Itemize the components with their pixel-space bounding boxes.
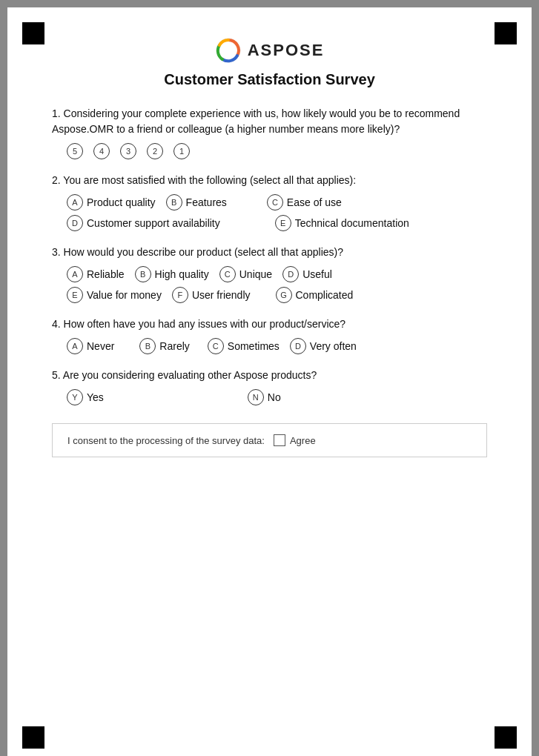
option-circle-4b: B [139,338,156,354]
option-circle-b: B [166,194,182,210]
corner-mark-br [495,726,517,749]
question-4-options: A Never B Rarely C Sometimes D Very ofte… [67,338,487,354]
option-2-a[interactable]: A Product quality [67,194,156,210]
question-3-row1: A Reliable B High quality C Unique D Use… [67,266,487,282]
option-circle-2: 2 [147,143,163,159]
question-2-row1: A Product quality B Features C Ease of u… [67,194,487,210]
option-circle-4a: A [67,338,83,354]
option-2-c[interactable]: C Ease of use [267,194,342,210]
option-circle-d: D [67,215,83,231]
option-circle-e: E [275,215,291,231]
option-circle-3c: C [219,266,236,282]
corner-mark-tr [495,22,517,44]
option-1-2[interactable]: 2 [147,143,163,159]
option-5-y[interactable]: Y Yes [67,389,104,405]
option-4-d[interactable]: D Very often [290,338,357,354]
consent-checkbox[interactable] [274,434,285,446]
consent-checkbox-label[interactable]: Agree [274,434,316,446]
question-1-options: 5 4 3 2 1 [67,143,487,159]
consent-text: I consent to the processing of the surve… [67,435,265,446]
option-1-3[interactable]: 3 [120,143,136,159]
question-1: 1. Considering your complete experience … [52,106,487,159]
aspose-logo-icon [215,37,242,64]
option-1-1[interactable]: 1 [173,143,190,159]
option-circle-3a: A [67,266,83,282]
option-4-a[interactable]: A Never [67,338,114,354]
question-3-row2: E Value for money F User friendly G Comp… [67,287,487,303]
option-2-b[interactable]: B Features [166,194,227,210]
option-3-e[interactable]: E Value for money [67,287,162,303]
question-5: 5. Are you considering evaluating other … [52,368,487,405]
option-1-5[interactable]: 5 [67,143,83,159]
question-3-text: 3. How would you describe our product (s… [52,245,487,260]
option-circle-3e: E [67,287,83,303]
consent-agree-label: Agree [290,435,316,446]
option-4-b[interactable]: B Rarely [139,338,189,354]
option-3-c[interactable]: C Unique [219,266,272,282]
option-circle-4d: D [290,338,306,354]
option-circle-1: 1 [173,143,190,159]
question-3: 3. How would you describe our product (s… [52,245,487,303]
question-4-text: 4. How often have you had any issues wit… [52,316,487,332]
consent-section: I consent to the processing of the surve… [52,423,487,457]
option-circle-5: 5 [67,143,83,159]
option-circle-c: C [267,194,283,210]
question-2-text: 2. You are most satisfied with the follo… [52,173,487,188]
option-circle-4c: C [208,338,224,354]
option-1-4[interactable]: 4 [93,143,110,159]
option-circle-3f: F [172,287,188,303]
option-circle-3g: G [276,287,292,303]
option-3-a[interactable]: A Reliable [67,266,125,282]
option-circle-4: 4 [93,143,110,159]
question-1-text: 1. Considering your complete experience … [52,106,487,137]
question-2: 2. You are most satisfied with the follo… [52,173,487,231]
question-5-options: Y Yes N No [67,389,487,405]
option-circle-3d: D [282,266,299,282]
question-2-row2: D Customer support availability E Techni… [67,215,487,231]
question-5-text: 5. Are you considering evaluating other … [52,368,487,383]
survey-title: Customer Satisfaction Survey [52,71,487,88]
option-circle-a: A [67,194,83,210]
logo-area: ASPOSE [52,37,487,64]
option-circle-5y: Y [67,389,83,405]
question-4: 4. How often have you had any issues wit… [52,316,487,354]
option-2-e[interactable]: E Technical documentation [275,215,409,231]
corner-mark-tl [22,22,44,44]
survey-page: ASPOSE Customer Satisfaction Survey 1. C… [7,7,532,756]
option-5-n[interactable]: N No [248,389,281,405]
corner-mark-bl [22,726,44,749]
option-4-c[interactable]: C Sometimes [208,338,280,354]
option-3-g[interactable]: G Complicated [276,287,354,303]
option-circle-5n: N [248,389,264,405]
option-3-f[interactable]: F User friendly [172,287,251,303]
logo-text: ASPOSE [248,41,325,60]
option-circle-3: 3 [120,143,136,159]
option-3-b[interactable]: B High quality [135,266,209,282]
option-circle-3b: B [135,266,151,282]
option-2-d[interactable]: D Customer support availability [67,215,220,231]
option-3-d[interactable]: D Useful [282,266,332,282]
